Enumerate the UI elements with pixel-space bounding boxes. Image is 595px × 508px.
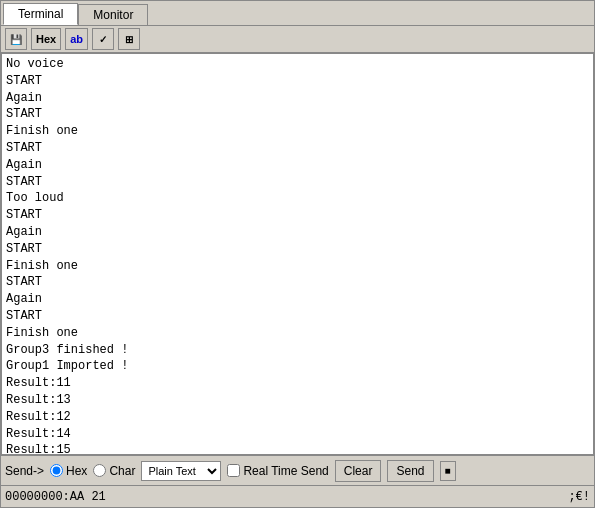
terminal-line: Again (6, 291, 589, 308)
terminal-line: START (6, 106, 589, 123)
terminal-line: START (6, 274, 589, 291)
plain-text-select[interactable]: Plain Text (141, 461, 221, 481)
terminal-line: Again (6, 224, 589, 241)
tabs-row: Terminal Monitor (1, 1, 594, 25)
char-radio[interactable] (93, 464, 106, 477)
terminal-line: Finish one (6, 123, 589, 140)
terminal-line: Again (6, 157, 589, 174)
terminal-line: START (6, 174, 589, 191)
grid-icon: ⊞ (125, 34, 133, 45)
save-icon: 💾 (10, 34, 22, 45)
grid-button[interactable]: ⊞ (118, 28, 140, 50)
terminal-line: START (6, 207, 589, 224)
terminal-line: Result:12 (6, 409, 589, 426)
terminal-line: START (6, 308, 589, 325)
bottom-bar: 00000000:AA 21 ;€! (1, 485, 594, 507)
real-time-send-label[interactable]: Real Time Send (243, 464, 328, 478)
terminal-line: No voice (6, 56, 589, 73)
main-window: Terminal Monitor 💾 Hex ab ✓ ⊞ No voiceST… (0, 0, 595, 508)
terminal-line: START (6, 241, 589, 258)
hex-radio-label[interactable]: Hex (66, 464, 87, 478)
toolbar: 💾 Hex ab ✓ ⊞ (1, 25, 594, 53)
char-radio-label[interactable]: Char (109, 464, 135, 478)
save-button[interactable]: 💾 (5, 28, 27, 50)
terminal-line: Too loud (6, 190, 589, 207)
real-time-send-group: Real Time Send (227, 464, 328, 478)
terminal-output[interactable]: No voiceSTARTAgainSTARTFinish oneSTARTAg… (1, 53, 594, 455)
hex-radio-group: Hex (50, 464, 87, 478)
tab-terminal[interactable]: Terminal (3, 3, 78, 25)
terminal-line: Group1 Imported ! (6, 358, 589, 375)
terminal-line: Result:14 (6, 426, 589, 443)
hex-button[interactable]: Hex (31, 28, 61, 50)
terminal-line: Result:13 (6, 392, 589, 409)
send-button[interactable]: Send (387, 460, 433, 482)
terminal-line: Result:11 (6, 375, 589, 392)
terminal-line: Finish one (6, 325, 589, 342)
send-label: Send-> (5, 464, 44, 478)
bottom-right-text: ;€! (568, 490, 590, 504)
clear-button[interactable]: Clear (335, 460, 382, 482)
terminal-line: Finish one (6, 258, 589, 275)
real-time-send-checkbox[interactable] (227, 464, 240, 477)
checkmark-button[interactable]: ✓ (92, 28, 114, 50)
char-radio-group: Char (93, 464, 135, 478)
terminal-line: Again (6, 90, 589, 107)
terminal-line: START (6, 73, 589, 90)
bottom-left-text: 00000000:AA 21 (5, 490, 106, 504)
send-bar: Send-> Hex Char Plain Text Real Time Sen… (1, 455, 594, 485)
terminal-line: Result:15 (6, 442, 589, 455)
hex-radio[interactable] (50, 464, 63, 477)
scroll-button[interactable]: ■ (440, 461, 456, 481)
ab-label: ab (70, 33, 83, 45)
terminal-line: Group3 finished ! (6, 342, 589, 359)
checkmark-icon: ✓ (99, 34, 107, 45)
terminal-line: START (6, 140, 589, 157)
tab-monitor[interactable]: Monitor (78, 4, 148, 25)
ab-button[interactable]: ab (65, 28, 88, 50)
hex-label: Hex (36, 33, 56, 45)
